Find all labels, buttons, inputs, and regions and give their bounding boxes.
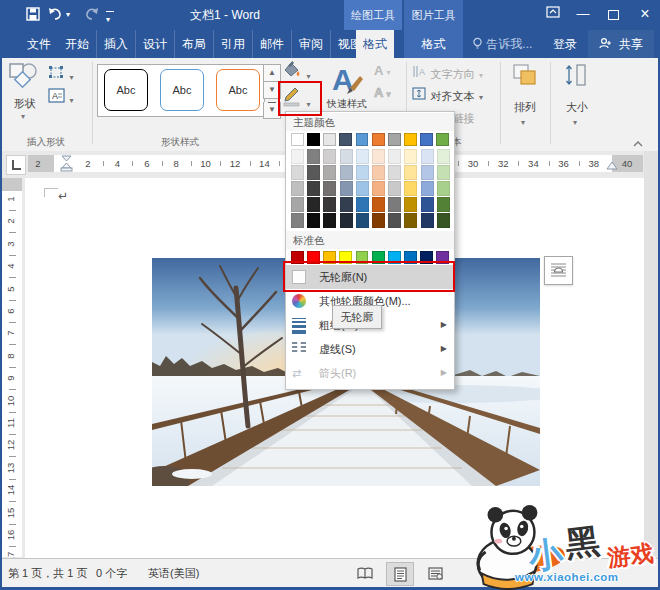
theme-variant-swatch[interactable] bbox=[388, 165, 401, 180]
size-dropdown-arrow[interactable]: ▾ bbox=[573, 118, 577, 127]
tab-开始[interactable]: 开始 bbox=[58, 30, 96, 58]
theme-color-swatch[interactable] bbox=[307, 133, 320, 146]
text-fill-button[interactable]: A ▾ bbox=[374, 63, 391, 78]
theme-variant-swatch[interactable] bbox=[356, 197, 369, 212]
tell-me-box[interactable]: 告诉我... bbox=[472, 30, 532, 58]
gallery-scroll-up-button[interactable]: ▲ bbox=[263, 64, 281, 82]
tab-审阅[interactable]: 审阅 bbox=[291, 30, 330, 58]
tab-设计[interactable]: 设计 bbox=[135, 30, 174, 58]
print-layout-button[interactable] bbox=[386, 562, 414, 586]
share-button[interactable]: 共享 bbox=[588, 30, 654, 58]
theme-color-swatch[interactable] bbox=[291, 133, 304, 146]
undo-dropdown-arrow[interactable]: ▾ bbox=[66, 7, 70, 23]
theme-variant-swatch[interactable] bbox=[404, 181, 417, 196]
theme-variant-swatch[interactable] bbox=[323, 197, 336, 212]
theme-variant-swatch[interactable] bbox=[291, 165, 304, 180]
save-icon[interactable] bbox=[26, 7, 40, 23]
standard-color-swatch[interactable] bbox=[307, 251, 320, 264]
menu-item-arrows[interactable]: ⇄ 箭头(R) ▶ bbox=[286, 361, 454, 385]
theme-variant-swatch[interactable] bbox=[437, 197, 450, 212]
size-button[interactable]: 大小 bbox=[556, 100, 598, 115]
theme-variant-swatch[interactable] bbox=[340, 149, 353, 164]
theme-variant-swatch[interactable] bbox=[340, 181, 353, 196]
maximize-button[interactable] bbox=[600, 4, 626, 24]
shape-style-preset-2[interactable]: Abc bbox=[160, 69, 204, 111]
minimize-button[interactable]: — bbox=[570, 4, 596, 24]
arrange-button[interactable]: 排列 bbox=[504, 100, 546, 115]
theme-variant-swatch[interactable] bbox=[340, 213, 353, 228]
collapse-ribbon-button[interactable] bbox=[632, 134, 644, 152]
theme-variant-swatch[interactable] bbox=[372, 197, 385, 212]
tab-format-picture[interactable]: 格式 bbox=[404, 30, 463, 58]
theme-variant-swatch[interactable] bbox=[291, 149, 304, 164]
theme-variant-swatch[interactable] bbox=[404, 197, 417, 212]
tab-邮件[interactable]: 邮件 bbox=[252, 30, 291, 58]
standard-color-swatch[interactable] bbox=[404, 251, 417, 264]
theme-variant-swatch[interactable] bbox=[421, 197, 434, 212]
theme-variant-swatch[interactable] bbox=[404, 149, 417, 164]
theme-variant-swatch[interactable] bbox=[437, 181, 450, 196]
standard-color-swatch[interactable] bbox=[388, 251, 401, 264]
theme-variant-swatch[interactable] bbox=[307, 149, 320, 164]
align-text-button[interactable]: 对齐文本 ▾ bbox=[412, 86, 483, 104]
page-indicator[interactable]: 第 1 页，共 1 页 bbox=[8, 559, 87, 587]
theme-variant-swatch[interactable] bbox=[323, 165, 336, 180]
theme-variant-swatch[interactable] bbox=[323, 149, 336, 164]
text-effects-button[interactable]: A ▾ bbox=[374, 85, 391, 100]
theme-variant-swatch[interactable] bbox=[307, 165, 320, 180]
theme-variant-swatch[interactable] bbox=[421, 165, 434, 180]
theme-variant-swatch[interactable] bbox=[291, 181, 304, 196]
theme-variant-swatch[interactable] bbox=[421, 181, 434, 196]
tab-format-drawing-selected[interactable]: 格式 bbox=[356, 30, 394, 58]
theme-color-swatch[interactable] bbox=[356, 133, 369, 146]
close-button[interactable]: × bbox=[632, 4, 658, 24]
theme-color-swatch[interactable] bbox=[323, 133, 336, 146]
theme-color-swatch[interactable] bbox=[436, 133, 449, 146]
tab-selector-button[interactable] bbox=[6, 155, 26, 175]
theme-color-swatch[interactable] bbox=[404, 133, 417, 146]
v-ruler[interactable]: 1234567891011121314151617 bbox=[2, 178, 22, 557]
layout-options-button[interactable] bbox=[544, 256, 573, 285]
theme-color-swatch[interactable] bbox=[339, 133, 352, 146]
theme-color-swatch[interactable] bbox=[372, 133, 385, 146]
theme-variant-swatch[interactable] bbox=[307, 213, 320, 228]
theme-variant-swatch[interactable] bbox=[404, 213, 417, 228]
shapes-button[interactable]: 形状 bbox=[4, 96, 46, 111]
gallery-scroll-down-button[interactable]: ▼ bbox=[263, 82, 281, 99]
theme-variant-swatch[interactable] bbox=[388, 181, 401, 196]
tab-引用[interactable]: 引用 bbox=[213, 30, 252, 58]
theme-variant-swatch[interactable] bbox=[437, 165, 450, 180]
shape-style-preset-1[interactable]: Abc bbox=[104, 69, 148, 111]
quick-styles-button[interactable]: 快速样式 bbox=[318, 97, 376, 111]
sign-in-button[interactable]: 登录 bbox=[546, 30, 584, 58]
theme-variant-swatch[interactable] bbox=[437, 213, 450, 228]
menu-item-dashes[interactable]: 虚线(S) ▶ bbox=[286, 337, 454, 361]
theme-variant-swatch[interactable] bbox=[388, 149, 401, 164]
wordart-quick-styles-icon[interactable]: A bbox=[328, 62, 366, 100]
theme-variant-swatch[interactable] bbox=[372, 181, 385, 196]
theme-variant-swatch[interactable] bbox=[372, 149, 385, 164]
standard-color-swatch[interactable] bbox=[436, 251, 449, 264]
qat-customize-button[interactable]: ▾ bbox=[106, 7, 114, 23]
theme-variant-swatch[interactable] bbox=[323, 213, 336, 228]
theme-variant-swatch[interactable] bbox=[307, 181, 320, 196]
standard-color-swatch[interactable] bbox=[372, 251, 385, 264]
web-layout-button[interactable] bbox=[422, 562, 448, 584]
ribbon-display-options-icon[interactable] bbox=[540, 4, 566, 24]
undo-button[interactable] bbox=[48, 7, 63, 23]
theme-variant-swatch[interactable] bbox=[340, 165, 353, 180]
theme-variant-swatch[interactable] bbox=[356, 181, 369, 196]
theme-variant-swatch[interactable] bbox=[372, 213, 385, 228]
theme-variant-swatch[interactable] bbox=[404, 165, 417, 180]
theme-variant-swatch[interactable] bbox=[307, 197, 320, 212]
right-indent-marker[interactable] bbox=[605, 160, 619, 172]
theme-variant-swatch[interactable] bbox=[291, 213, 304, 228]
theme-variant-swatch[interactable] bbox=[291, 197, 304, 212]
theme-color-swatch[interactable] bbox=[420, 133, 433, 146]
theme-color-swatch[interactable] bbox=[388, 133, 401, 146]
theme-variant-swatch[interactable] bbox=[388, 213, 401, 228]
theme-variant-swatch[interactable] bbox=[372, 165, 385, 180]
redo-icon[interactable] bbox=[84, 7, 99, 23]
theme-variant-swatch[interactable] bbox=[323, 181, 336, 196]
shape-style-preset-3[interactable]: Abc bbox=[216, 69, 260, 111]
